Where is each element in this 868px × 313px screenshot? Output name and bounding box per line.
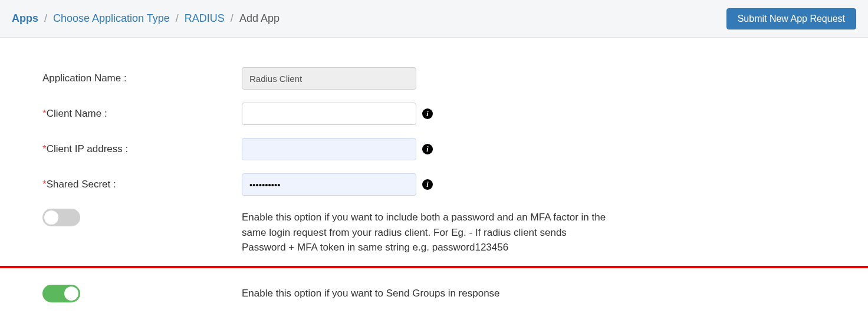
send-groups-toggle[interactable]	[42, 285, 80, 302]
breadcrumb: Apps / Choose Application Type / RADIUS …	[12, 12, 280, 25]
row-client-ip: *Client IP address : i	[42, 138, 826, 160]
row-mfa-toggle: Enable this option if you want to includ…	[42, 209, 826, 255]
mfa-same-request-toggle[interactable]	[42, 209, 80, 226]
send-groups-description: Enable this option if you want to Send G…	[242, 285, 500, 301]
shared-secret-label: *Shared Secret :	[42, 179, 242, 190]
breadcrumb-choose-type[interactable]: Choose Application Type	[53, 12, 170, 25]
client-ip-label: *Client IP address :	[42, 143, 242, 155]
shared-secret-input[interactable]	[242, 173, 416, 196]
breadcrumb-apps[interactable]: Apps	[12, 12, 38, 25]
toggle-knob	[64, 286, 78, 301]
row-shared-secret: *Shared Secret : i	[42, 173, 826, 196]
breadcrumb-separator: /	[176, 12, 179, 25]
breadcrumb-radius[interactable]: RADIUS	[185, 12, 225, 25]
application-name-label: Application Name :	[42, 73, 242, 84]
info-icon[interactable]: i	[422, 144, 433, 154]
client-name-input[interactable]	[242, 103, 416, 125]
client-ip-input[interactable]	[242, 138, 416, 160]
info-icon[interactable]: i	[422, 179, 433, 190]
application-name-input	[242, 67, 416, 90]
form-area: Application Name : *Client Name : i *Cli…	[0, 38, 868, 255]
toggle-knob	[44, 210, 58, 225]
submit-new-app-request-button[interactable]: Submit New App Request	[726, 8, 856, 29]
breadcrumb-separator: /	[44, 12, 47, 25]
client-name-label: *Client Name :	[42, 108, 242, 120]
header-bar: Apps / Choose Application Type / RADIUS …	[0, 0, 868, 38]
mfa-toggle-description: Enable this option if you want to includ…	[242, 209, 607, 255]
breadcrumb-separator: /	[231, 12, 234, 25]
info-icon[interactable]: i	[422, 108, 433, 119]
breadcrumb-current: Add App	[239, 12, 280, 25]
row-application-name: Application Name :	[42, 67, 826, 90]
highlighted-section: Enable this option if you want to Send G…	[0, 266, 868, 314]
row-send-groups-toggle: Enable this option if you want to Send G…	[42, 285, 826, 302]
row-client-name: *Client Name : i	[42, 103, 826, 125]
